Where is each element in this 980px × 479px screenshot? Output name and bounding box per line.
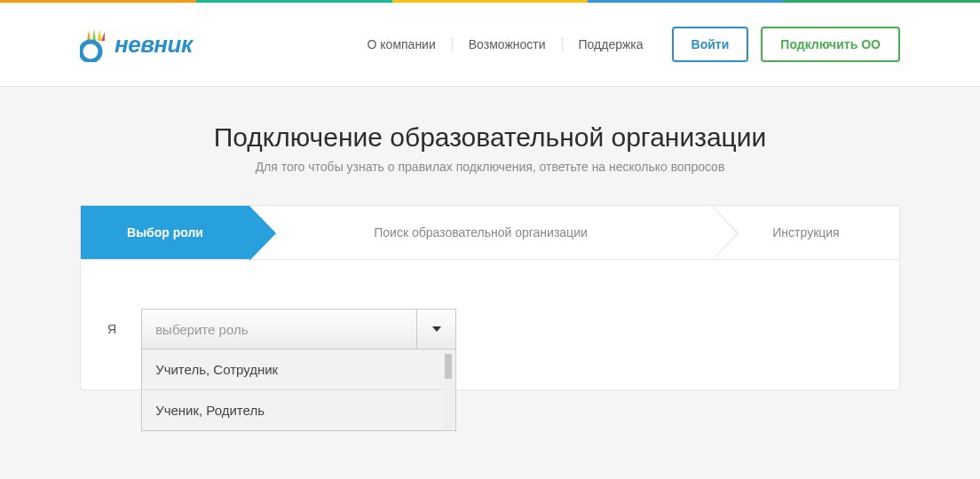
step-role[interactable]: Выбор роли xyxy=(81,206,249,259)
form-panel: Я выберите роль Учитель, Сотрудник Учени… xyxy=(80,260,900,390)
nav-support[interactable]: Поддержка xyxy=(563,37,660,51)
connect-org-button[interactable]: Подключить ОО xyxy=(761,27,900,62)
logo[interactable]: невник xyxy=(80,27,193,62)
role-option-student[interactable]: Ученик, Родитель xyxy=(142,390,455,430)
main-nav: О компании Возможности Поддержка Войти П… xyxy=(352,27,900,62)
nav-about[interactable]: О компании xyxy=(352,37,453,51)
page-title: Подключение образовательной организации xyxy=(80,122,900,153)
role-dropdown-list: Учитель, Сотрудник Ученик, Родитель xyxy=(141,349,456,431)
logo-text: невник xyxy=(115,31,193,59)
nav-features[interactable]: Возможности xyxy=(453,37,563,51)
main-content: Подключение образовательной организации … xyxy=(0,87,980,390)
dropdown-placeholder: выберите роль xyxy=(155,322,248,337)
login-button[interactable]: Войти xyxy=(672,27,749,62)
prefix-label: Я xyxy=(107,322,116,336)
logo-hand-icon xyxy=(80,27,112,62)
role-dropdown[interactable]: выберите роль xyxy=(141,309,456,349)
brand-stripe xyxy=(0,0,980,3)
scrollbar-track[interactable] xyxy=(444,350,454,429)
page-subtitle: Для того чтобы узнать о правилах подключ… xyxy=(80,160,900,174)
step-search-org: Поиск образовательной организации xyxy=(249,206,713,259)
wizard-steps: Выбор роли Поиск образовательной организ… xyxy=(80,205,900,260)
role-option-teacher[interactable]: Учитель, Сотрудник xyxy=(142,349,455,390)
scrollbar-thumb[interactable] xyxy=(445,354,452,379)
role-dropdown-wrap: выберите роль Учитель, Сотрудник Ученик,… xyxy=(141,309,456,349)
header: невник О компании Возможности Поддержка … xyxy=(0,3,980,87)
step-instruction: Инструкция xyxy=(713,206,899,259)
chevron-down-icon xyxy=(416,310,455,349)
